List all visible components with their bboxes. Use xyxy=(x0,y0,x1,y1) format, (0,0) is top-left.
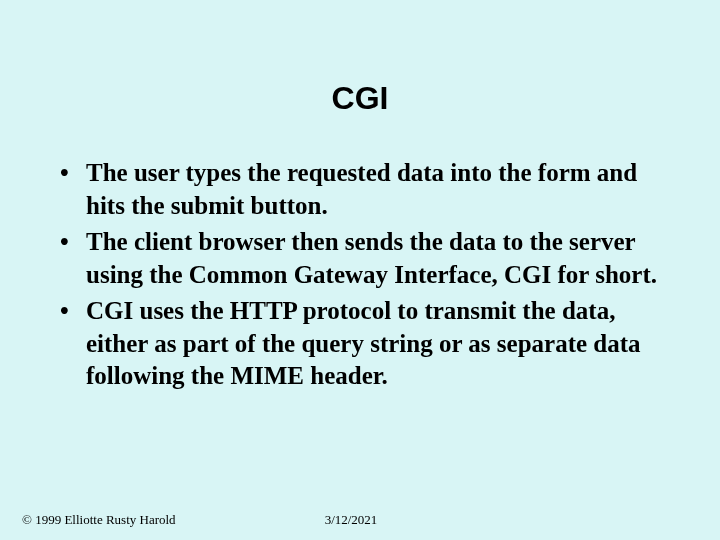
footer-date: 3/12/2021 xyxy=(325,512,378,528)
list-item: The client browser then sends the data t… xyxy=(60,226,680,291)
copyright-text: © 1999 Elliotte Rusty Harold xyxy=(22,512,176,528)
list-item: CGI uses the HTTP protocol to transmit t… xyxy=(60,295,680,393)
bullet-list: The user types the requested data into t… xyxy=(40,157,680,393)
list-item: The user types the requested data into t… xyxy=(60,157,680,222)
slide-title: CGI xyxy=(40,80,680,117)
